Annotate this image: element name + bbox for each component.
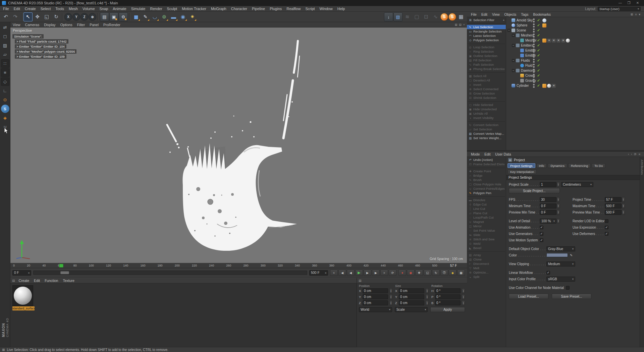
panel-menu-icon[interactable]: ▤ [12, 279, 15, 282]
object-manager-menu-item[interactable]: Objects [502, 12, 519, 16]
command-palette-item[interactable]: ◌ Loop/Path Cut [467, 215, 506, 220]
interactive-render-region-button[interactable]: ↓ [384, 12, 393, 21]
size-mode-dropdown[interactable]: Scale [395, 307, 428, 312]
object-name[interactable]: Cylinder [517, 84, 529, 87]
visibility-dots-icon[interactable] [533, 38, 535, 43]
object-tree-row[interactable]: Sphere ✓ [506, 23, 644, 28]
enabled-check-icon[interactable]: ✓ [537, 33, 540, 38]
viewport-menu-item[interactable]: Filter [75, 23, 87, 27]
add-floor-button[interactable]: ▬ [169, 12, 178, 21]
size-z-field[interactable]: 0 cm [399, 300, 424, 305]
object-tree-row[interactable]: Fluid ✓ [506, 63, 644, 68]
record-rotation-toggle[interactable]: ↻ [432, 270, 440, 276]
command-palette-item[interactable]: ∷ Set Point Value [467, 228, 506, 233]
fps-field[interactable]: 30 [540, 197, 556, 202]
spline-pen-button[interactable]: ✎ [141, 12, 150, 21]
enabled-check-icon[interactable]: ✓ [537, 83, 540, 88]
command-palette-item[interactable]: ◫ Mirror [467, 224, 506, 228]
quantize-button[interactable]: ◈ [1, 114, 9, 122]
viewport-menu-item[interactable]: Display [42, 23, 58, 27]
object-tree-row[interactable]: − Daemons ✓ [506, 68, 644, 73]
command-palette-item[interactable]: ⊞ Grow Selection [467, 91, 506, 96]
record-pla-toggle[interactable]: ◆ [449, 270, 457, 276]
command-palette-item[interactable]: ◆ Phong Break Selection [467, 67, 506, 71]
command-palette-item[interactable]: ◇ Polygon Selection [467, 38, 506, 42]
pane-maximize-icon[interactable]: + [463, 23, 465, 26]
enabled-check-icon[interactable]: ✓ [537, 58, 540, 63]
menu-item[interactable]: Script [303, 6, 317, 11]
command-palette-item[interactable] [468, 120, 505, 122]
menu-item[interactable]: Pipeline [250, 6, 267, 11]
am-menu-icon[interactable]: ≡ [639, 153, 640, 156]
record-position-toggle[interactable]: ✥ [415, 270, 423, 276]
command-palette-item[interactable]: ✎ Polygon Pen [467, 191, 506, 195]
material-menu-item[interactable]: Edit [32, 279, 42, 283]
command-palette-item[interactable]: ▦ Select All [467, 74, 506, 78]
use-expression-checkbox[interactable]: ✓ [605, 226, 608, 229]
toolbar-spacer[interactable] [197, 12, 384, 21]
spinner-icon[interactable] [389, 294, 392, 299]
project-scale-field[interactable]: 1 [540, 182, 556, 187]
pane-toggle-icon[interactable]: ⊟ [459, 23, 462, 26]
enabled-check-icon[interactable]: ✓ [537, 43, 540, 48]
viewport[interactable]: Perspective Simulation "Scene":> Fluid "… [10, 27, 467, 263]
render-view-button[interactable]: ▤ [100, 12, 109, 21]
spinner-icon[interactable] [557, 210, 560, 215]
command-palette-item[interactable]: ⇆ Slide [467, 233, 506, 237]
expand-toggle-icon[interactable]: − [512, 34, 515, 37]
enabled-check-icon[interactable]: ✓ [537, 78, 540, 83]
position-y-field[interactable]: 0 cm [363, 294, 388, 299]
command-palette-item[interactable] [468, 250, 505, 252]
view-clipping-dropdown[interactable]: Medium [546, 261, 575, 267]
expand-toggle-icon[interactable]: − [507, 29, 511, 32]
use-motion-system-checkbox[interactable]: ✓ [540, 238, 543, 242]
command-palette-item[interactable]: ∪ Connect Points/Edges [467, 186, 506, 191]
command-palette-item[interactable]: ▽ Melt [467, 266, 506, 270]
menu-item[interactable]: Snap [97, 6, 111, 11]
attribute-menu-item[interactable]: Edit [482, 152, 493, 156]
visibility-dots-icon[interactable] [533, 63, 535, 68]
command-palette-item[interactable]: ↶ Undo (Action) [467, 158, 506, 162]
menu-item[interactable]: Realflow [284, 6, 303, 11]
menu-item[interactable]: File [1, 6, 11, 11]
command-palette-item[interactable]: ◠ Lasso Selection [467, 34, 506, 38]
object-manager-menu-item[interactable]: Tags [519, 12, 531, 16]
make-editable-button[interactable]: ⇄ [1, 23, 9, 32]
viewport-menu-item[interactable]: Cameras [23, 23, 42, 27]
visibility-dots-icon[interactable] [533, 53, 535, 58]
use-deformers-checkbox[interactable]: ✓ [605, 232, 608, 236]
input-color-profile-dropdown[interactable]: sRGB [546, 277, 575, 282]
command-palette-item[interactable]: ◑ Invert Visibility [467, 116, 506, 120]
object-name[interactable]: Meshers [521, 34, 534, 37]
command-palette-item[interactable] [468, 195, 505, 197]
command-palette-item[interactable]: ○ Ring Selection [467, 49, 506, 54]
texture-mode-button[interactable]: ▨ [1, 41, 9, 50]
spinner-icon[interactable] [462, 288, 465, 293]
xpresso-button[interactable]: ⊡ [422, 12, 431, 21]
om-search-icon[interactable]: ⊞ [631, 13, 633, 16]
spinner-icon[interactable] [622, 197, 625, 202]
command-palette-item[interactable]: ▱ Set Selection [467, 127, 506, 131]
command-palette-item[interactable]: ▬ Dissolve [467, 198, 506, 202]
goto-start-button[interactable]: « [330, 270, 338, 276]
next-frame-button[interactable]: ▶ [364, 270, 371, 276]
menu-item[interactable]: Create [22, 6, 38, 11]
command-palette-item[interactable] [468, 166, 505, 168]
enabled-check-icon[interactable]: ✓ [537, 48, 540, 53]
timeline-scrubber[interactable] [33, 271, 307, 275]
menu-item[interactable]: Mesh [66, 6, 80, 11]
visibility-dots-icon[interactable] [533, 48, 535, 53]
visibility-dots-icon[interactable] [533, 18, 535, 22]
project-time-field[interactable]: 57 F [605, 197, 622, 202]
add-camera-button[interactable]: ◉ [178, 12, 187, 21]
viewport-menu-item[interactable]: View [10, 23, 23, 27]
spinner-icon[interactable] [557, 203, 560, 209]
object-name[interactable]: Scene [517, 28, 526, 32]
attribute-tab[interactable]: Key Interpolation [507, 169, 537, 174]
coordinate-system-button[interactable]: ⊕ [89, 13, 96, 21]
realflow-mesh-button[interactable]: S [448, 13, 456, 21]
menu-item[interactable]: Animate [110, 6, 128, 11]
command-palette-item[interactable]: ▢ Deselect All [467, 78, 506, 82]
menu-item[interactable]: Character [229, 6, 250, 11]
object-name[interactable]: Fluids [521, 59, 530, 62]
